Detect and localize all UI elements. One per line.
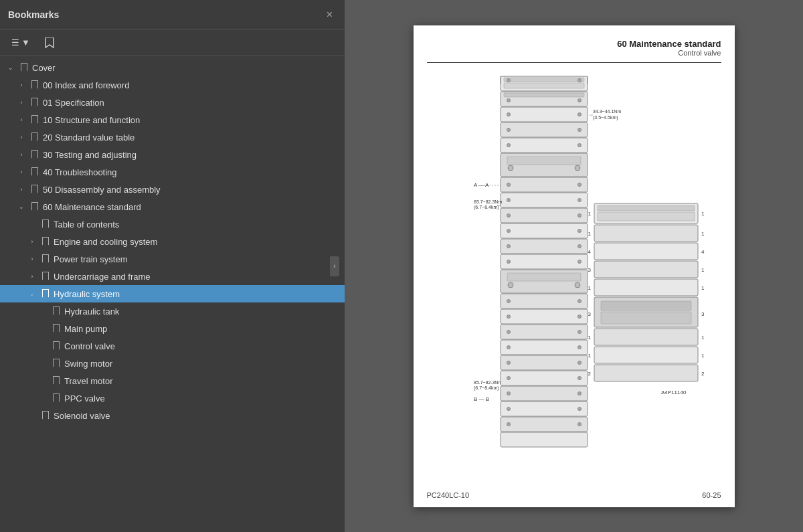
svg-point-103 [507, 361, 510, 364]
tree-item-00-index[interactable]: › 00 Index and foreword [0, 76, 345, 94]
svg-rect-93 [501, 309, 588, 324]
tree-item-control-valve[interactable]: › Control valve [0, 337, 345, 355]
tree-item-travel-motor[interactable]: › Travel motor [0, 372, 345, 389]
bookmark-icon-hydraulic-tank [52, 306, 61, 317]
page-footer: PC240LC-10 60-25 [427, 491, 721, 499]
tree-item-30-test[interactable]: › 30 Testing and adjusting [0, 146, 345, 163]
tree-item-hydraulic[interactable]: ⌄ Hydraulic system [0, 285, 345, 302]
expand-undercarriage[interactable]: › [27, 271, 37, 282]
expand-10-struct[interactable]: › [16, 114, 27, 125]
svg-rect-43 [594, 225, 698, 242]
svg-rect-80 [501, 239, 588, 254]
tree-item-swing-motor[interactable]: › Swing motor [0, 355, 345, 372]
item-label-solenoid: Solenoid valve [54, 411, 110, 421]
expand-20-std[interactable]: › [16, 132, 27, 143]
expand-00-index[interactable]: › [16, 80, 27, 90]
item-label-50-disasm: 50 Disassembly and assembly [43, 185, 161, 195]
svg-point-115 [507, 422, 510, 426]
item-label-undercarriage: Undercarriage and frame [54, 272, 151, 282]
svg-point-112 [507, 407, 510, 410]
bookmark-icon-travel-motor [52, 375, 61, 386]
svg-point-116 [577, 422, 581, 426]
tree-item-powertrain[interactable]: › Power train system [0, 250, 345, 268]
item-label-toc: Table of contents [54, 219, 119, 230]
item-label-hydraulic: Hydraulic system [54, 289, 120, 299]
svg-text:1: 1 [701, 267, 705, 273]
document-header-main: 60 Maintenance standard [427, 39, 721, 49]
tree-item-solenoid[interactable]: › Solenoid valve [0, 407, 345, 424]
svg-point-78 [507, 229, 510, 232]
tree-item-01-spec[interactable]: › 01 Specification [0, 94, 345, 111]
item-label-cover: Cover [32, 63, 56, 73]
svg-rect-102 [501, 355, 588, 370]
tree-item-20-std[interactable]: › 20 Standard value table [0, 128, 345, 146]
item-label-powertrain: Power train system [54, 254, 128, 264]
svg-text:1: 1 [701, 285, 705, 291]
tree-item-main-pump[interactable]: › Main pump [0, 320, 345, 337]
expand-powertrain[interactable]: › [27, 254, 37, 264]
bookmark-icon-main-pump [52, 323, 61, 334]
footer-model: PC240LC-10 [427, 491, 470, 499]
svg-point-104 [577, 361, 581, 364]
svg-rect-41 [598, 212, 695, 221]
svg-rect-114 [501, 417, 588, 432]
svg-rect-2 [504, 78, 584, 82]
view-options-button[interactable]: ☰ ▼ [7, 35, 35, 50]
item-label-hydraulic-tank: Hydraulic tank [64, 306, 119, 317]
svg-text:1: 1 [588, 231, 591, 237]
expand-hydraulic[interactable]: ⌄ [27, 288, 37, 299]
tree-item-cover[interactable]: ⌄ Cover [0, 59, 345, 76]
panel-toolbar: ☰ ▼ [0, 29, 345, 56]
item-label-ppc-valve: PPC valve [64, 393, 105, 404]
svg-point-95 [577, 315, 581, 318]
expand-40-trouble[interactable]: › [16, 167, 27, 177]
bookmark-icon-swing-motor [52, 358, 61, 369]
tree-item-60-maint[interactable]: ⌄ 60 Maintenance standard [0, 198, 345, 215]
svg-point-13 [507, 112, 510, 116]
page-header: 60 Maintenance standard Control valve [427, 39, 721, 57]
svg-text:1: 1 [701, 353, 705, 359]
tree-item-hydraulic-tank[interactable]: › Hydraulic tank [0, 302, 345, 320]
close-button[interactable]: × [323, 7, 337, 22]
svg-point-19 [507, 143, 510, 147]
bookmark-tree[interactable]: ⌄ Cover › 00 Index and foreword › 01 Spe… [0, 56, 345, 532]
svg-text:(6.7~8.4km): (6.7~8.4km) [474, 205, 499, 210]
svg-point-35 [577, 198, 581, 201]
svg-point-23 [508, 165, 513, 171]
svg-point-106 [507, 376, 510, 379]
tree-item-toc[interactable]: › Table of contents [0, 215, 345, 233]
tree-item-undercarriage[interactable]: › Undercarriage and frame [0, 268, 345, 285]
svg-rect-9 [504, 93, 584, 97]
svg-point-81 [507, 244, 510, 248]
document-header-sub: Control valve [427, 49, 721, 57]
svg-rect-108 [501, 386, 588, 401]
expand-cover[interactable]: ⌄ [5, 62, 16, 73]
expand-30-test[interactable]: › [16, 149, 27, 160]
tree-item-engine[interactable]: › Engine and cooling system [0, 233, 345, 250]
tree-item-ppc-valve[interactable]: › PPC valve [0, 389, 345, 407]
expand-60-maint[interactable]: ⌄ [16, 201, 27, 212]
expand-01-spec[interactable]: › [16, 97, 27, 108]
svg-text:1: 1 [588, 353, 591, 359]
svg-point-16 [507, 128, 510, 131]
bookmark-icon-cover [19, 62, 29, 73]
svg-rect-59 [594, 365, 698, 381]
item-label-10-struct: 10 Structure and function [43, 115, 140, 125]
svg-rect-90 [501, 294, 588, 308]
expand-engine[interactable]: › [27, 236, 37, 247]
svg-point-107 [577, 376, 581, 379]
svg-rect-111 [501, 402, 588, 416]
svg-rect-117 [501, 432, 588, 447]
tree-item-40-trouble[interactable]: › 40 Troubleshooting [0, 163, 345, 181]
tree-item-10-struct[interactable]: › 10 Structure and function [0, 111, 345, 128]
svg-rect-49 [594, 279, 698, 296]
svg-point-97 [507, 330, 510, 333]
expand-50-disasm[interactable]: › [16, 184, 27, 195]
tree-item-50-disasm[interactable]: › 50 Disassembly and assembly [0, 181, 345, 198]
panel-collapse-arrow[interactable]: ‹ [330, 256, 339, 276]
bookmark-button[interactable] [40, 35, 59, 51]
item-label-main-pump: Main pump [64, 324, 107, 334]
svg-rect-22 [507, 157, 581, 165]
bookmarks-panel: Bookmarks × ☰ ▼ ⌄ Cover › 00 Index and f… [0, 0, 345, 532]
svg-rect-99 [501, 340, 588, 355]
